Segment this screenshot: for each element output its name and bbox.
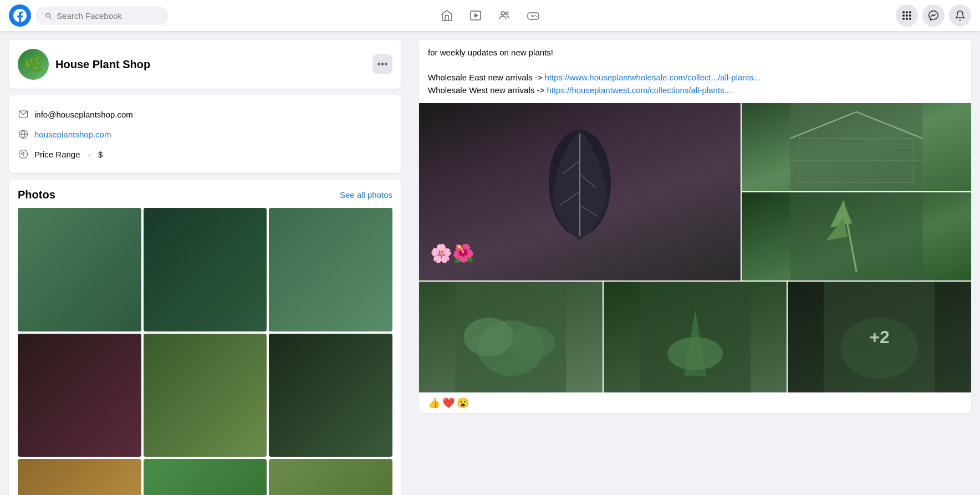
reaction-wow: 😮 <box>457 397 469 409</box>
svg-rect-10 <box>906 12 907 13</box>
svg-point-38 <box>511 326 555 359</box>
svg-point-37 <box>463 318 513 356</box>
messenger-icon <box>928 10 939 21</box>
svg-point-7 <box>535 15 536 16</box>
top-navigation <box>0 0 980 31</box>
bottom-plant-2-svg <box>604 282 787 392</box>
photos-title: Photos <box>18 188 55 201</box>
website-link[interactable]: houseplantshop.com <box>34 130 111 139</box>
photos-section: Photos See all photos <box>9 180 401 495</box>
post-text-3: Wholesale West new arrivals -> <box>428 85 547 95</box>
search-bar[interactable] <box>35 7 169 25</box>
photos-grid <box>18 208 392 495</box>
photo-thumb[interactable] <box>144 459 267 495</box>
svg-point-42 <box>841 318 918 379</box>
page-header: 🌿 House Plant Shop ••• <box>9 40 401 89</box>
avatar-icon: 🌿 <box>24 55 43 74</box>
more-options-button[interactable]: ••• <box>372 54 392 74</box>
avatar: 🌿 <box>18 49 49 80</box>
home-icon <box>440 9 453 22</box>
svg-rect-11 <box>909 12 911 13</box>
info-card: info@houseplantshop.com houseplantshop.c… <box>9 95 401 173</box>
nav-right <box>896 4 971 27</box>
post-text-2: Wholesale East new arrivals -> <box>428 73 545 82</box>
photo-thumb[interactable] <box>269 208 392 331</box>
price-range-separator: · <box>86 150 93 159</box>
fb-logo-icon <box>13 9 27 22</box>
svg-point-3 <box>506 12 508 15</box>
dollar-icon <box>18 149 29 160</box>
watch-nav-button[interactable] <box>462 2 489 29</box>
photo-thumb[interactable] <box>269 334 392 457</box>
svg-rect-12 <box>903 14 905 16</box>
reaction-bar: 👍 ❤️ 😮 <box>419 392 971 414</box>
home-nav-button[interactable] <box>433 2 460 29</box>
photos-header: Photos See all photos <box>18 188 392 201</box>
greenhouse-svg <box>742 103 971 191</box>
messenger-button[interactable] <box>922 4 945 27</box>
post-image-bottom-1[interactable] <box>419 282 603 392</box>
post-card: for weekly updates on new plants! Wholes… <box>419 40 971 414</box>
reaction-heart: ❤️ <box>442 397 455 409</box>
main-content: for weekly updates on new plants! Wholes… <box>410 31 980 495</box>
gaming-nav-button[interactable] <box>520 2 547 29</box>
post-link-east[interactable]: https://www.houseplantwholesale.com/coll… <box>545 73 760 82</box>
photo-thumb[interactable] <box>269 459 392 495</box>
svg-point-2 <box>501 12 504 15</box>
notifications-button[interactable] <box>949 4 971 27</box>
email-icon <box>18 109 29 120</box>
photo-thumb[interactable] <box>144 334 267 457</box>
photo-thumb[interactable] <box>18 459 141 495</box>
grid-icon <box>901 10 912 21</box>
post-image-bottom-2[interactable] <box>604 282 787 392</box>
post-images-right-stack <box>742 103 971 280</box>
groups-nav-button[interactable] <box>491 2 518 29</box>
svg-point-40 <box>667 337 723 370</box>
photo-thumb[interactable] <box>144 208 267 331</box>
website-row: houseplantshop.com <box>18 124 392 144</box>
flower-decoration: 🌸🌺 <box>430 243 474 264</box>
svg-rect-16 <box>906 18 907 19</box>
groups-icon <box>498 9 511 22</box>
price-range-label: Price Range <box>34 150 80 159</box>
price-range-value: $ <box>98 150 103 159</box>
post-image-bottom-3[interactable]: +2 <box>788 282 971 392</box>
svg-rect-14 <box>909 14 911 16</box>
price-range-row: Price Range · $ <box>18 144 392 164</box>
post-images-bottom-row: +2 <box>419 282 971 392</box>
photo-thumb[interactable] <box>18 334 141 457</box>
nav-left <box>9 4 169 27</box>
svg-rect-17 <box>909 18 911 19</box>
globe-icon <box>18 129 29 140</box>
svg-rect-15 <box>903 18 905 19</box>
svg-marker-1 <box>474 13 478 18</box>
email-value: info@houseplantshop.com <box>34 110 133 119</box>
search-icon <box>44 11 52 20</box>
bottom-plant-1-svg <box>419 282 603 392</box>
spiky-plant-svg <box>742 192 971 280</box>
post-image-bottom-right[interactable] <box>742 192 971 280</box>
see-all-photos-link[interactable]: See all photos <box>340 190 392 200</box>
bell-icon <box>955 10 966 21</box>
bottom-plant-3-svg <box>788 282 971 392</box>
left-sidebar: 🌿 House Plant Shop ••• info@houseplantsh… <box>0 31 410 495</box>
svg-rect-9 <box>903 12 905 13</box>
post-text-1: for weekly updates on new plants! <box>428 48 553 57</box>
search-input[interactable] <box>57 11 160 21</box>
gaming-icon <box>527 9 540 22</box>
facebook-logo[interactable] <box>9 4 31 27</box>
apps-button[interactable] <box>896 4 918 27</box>
page-name: House Plant Shop <box>55 58 150 71</box>
reaction-like: 👍 <box>428 397 440 409</box>
post-images-top-row: 🌸🌺 <box>419 103 971 280</box>
photo-thumb[interactable] <box>18 208 141 331</box>
email-row: info@houseplantshop.com <box>18 104 392 124</box>
watch-icon <box>469 9 482 22</box>
page-content: 🌿 House Plant Shop ••• info@houseplantsh… <box>0 31 980 495</box>
post-link-west[interactable]: https://houseplantwest.com/collections/a… <box>547 85 731 95</box>
post-text: for weekly updates on new plants! Wholes… <box>419 40 971 103</box>
post-images-container: 🌸🌺 <box>419 103 971 392</box>
post-image-top-right[interactable] <box>742 103 971 191</box>
post-image-main[interactable]: 🌸🌺 <box>419 103 741 280</box>
svg-rect-13 <box>906 14 907 16</box>
